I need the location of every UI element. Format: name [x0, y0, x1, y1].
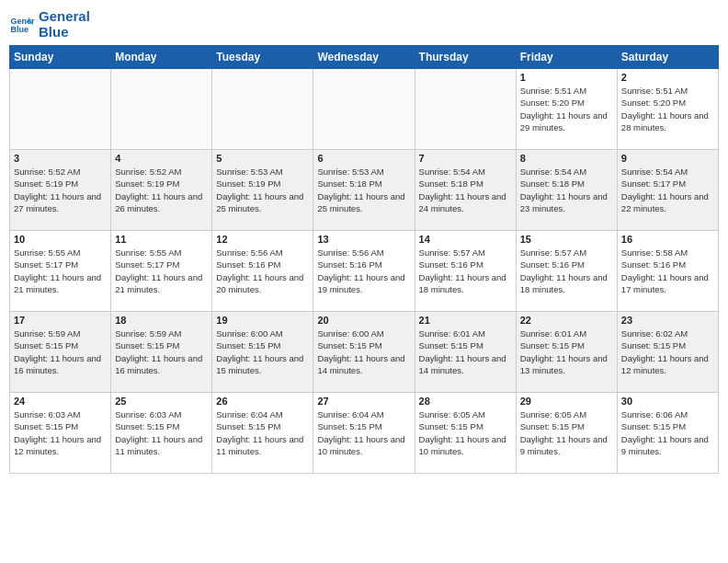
- day-number: 7: [419, 153, 512, 164]
- day-number: 10: [14, 234, 107, 245]
- calendar-day-cell: 15Sunrise: 5:57 AM Sunset: 5:16 PM Dayli…: [516, 231, 617, 312]
- day-number: 28: [419, 396, 512, 407]
- day-number: 19: [216, 315, 309, 326]
- calendar-day-cell: 7Sunrise: 5:54 AM Sunset: 5:18 PM Daylig…: [415, 150, 516, 231]
- day-info: Sunrise: 5:53 AM Sunset: 5:18 PM Dayligh…: [317, 166, 410, 214]
- day-number: 8: [520, 153, 613, 164]
- calendar-day-cell: 11Sunrise: 5:55 AM Sunset: 5:17 PM Dayli…: [111, 231, 212, 312]
- calendar-day-cell: 26Sunrise: 6:04 AM Sunset: 5:15 PM Dayli…: [212, 393, 313, 474]
- day-info: Sunrise: 5:59 AM Sunset: 5:15 PM Dayligh…: [115, 327, 208, 376]
- weekday-header: Saturday: [617, 46, 718, 69]
- calendar-day-cell: 28Sunrise: 6:05 AM Sunset: 5:15 PM Dayli…: [415, 393, 516, 474]
- day-number: 26: [216, 396, 309, 407]
- day-number: 20: [317, 315, 410, 326]
- day-info: Sunrise: 6:03 AM Sunset: 5:15 PM Dayligh…: [14, 408, 107, 457]
- calendar-table: SundayMondayTuesdayWednesdayThursdayFrid…: [9, 45, 719, 474]
- day-info: Sunrise: 5:58 AM Sunset: 5:16 PM Dayligh…: [621, 247, 714, 295]
- day-number: 22: [520, 315, 613, 326]
- day-info: Sunrise: 6:05 AM Sunset: 5:15 PM Dayligh…: [520, 408, 613, 457]
- calendar-day-cell: 23Sunrise: 6:02 AM Sunset: 5:15 PM Dayli…: [617, 312, 718, 393]
- day-number: 15: [520, 234, 613, 245]
- calendar-day-cell: 3Sunrise: 5:52 AM Sunset: 5:19 PM Daylig…: [10, 150, 111, 231]
- day-number: 23: [621, 315, 714, 326]
- day-info: Sunrise: 5:56 AM Sunset: 5:16 PM Dayligh…: [216, 247, 309, 295]
- day-number: 13: [317, 234, 410, 245]
- calendar-week-row: 1Sunrise: 5:51 AM Sunset: 5:20 PM Daylig…: [10, 69, 719, 150]
- calendar-day-cell: [212, 69, 313, 150]
- day-info: Sunrise: 5:57 AM Sunset: 5:16 PM Dayligh…: [419, 247, 512, 295]
- day-number: 12: [216, 234, 309, 245]
- calendar-header-row: SundayMondayTuesdayWednesdayThursdayFrid…: [10, 46, 719, 69]
- day-number: 3: [14, 153, 107, 164]
- day-info: Sunrise: 6:00 AM Sunset: 5:15 PM Dayligh…: [317, 327, 410, 376]
- day-number: 30: [621, 396, 714, 407]
- calendar-week-row: 24Sunrise: 6:03 AM Sunset: 5:15 PM Dayli…: [10, 393, 719, 474]
- day-number: 9: [621, 153, 714, 164]
- day-info: Sunrise: 6:06 AM Sunset: 5:15 PM Dayligh…: [621, 408, 714, 457]
- calendar-day-cell: 22Sunrise: 6:01 AM Sunset: 5:15 PM Dayli…: [516, 312, 617, 393]
- calendar-day-cell: 25Sunrise: 6:03 AM Sunset: 5:15 PM Dayli…: [111, 393, 212, 474]
- day-info: Sunrise: 6:03 AM Sunset: 5:15 PM Dayligh…: [115, 408, 208, 457]
- day-info: Sunrise: 5:54 AM Sunset: 5:18 PM Dayligh…: [520, 166, 613, 214]
- calendar-day-cell: 1Sunrise: 5:51 AM Sunset: 5:20 PM Daylig…: [516, 69, 617, 150]
- calendar-day-cell: 8Sunrise: 5:54 AM Sunset: 5:18 PM Daylig…: [516, 150, 617, 231]
- day-info: Sunrise: 5:55 AM Sunset: 5:17 PM Dayligh…: [115, 247, 208, 295]
- day-info: Sunrise: 5:54 AM Sunset: 5:17 PM Dayligh…: [621, 166, 714, 214]
- calendar-day-cell: 2Sunrise: 5:51 AM Sunset: 5:20 PM Daylig…: [617, 69, 718, 150]
- day-info: Sunrise: 5:55 AM Sunset: 5:17 PM Dayligh…: [14, 247, 107, 295]
- calendar-day-cell: 24Sunrise: 6:03 AM Sunset: 5:15 PM Dayli…: [10, 393, 111, 474]
- weekday-header: Friday: [516, 46, 617, 69]
- day-info: Sunrise: 6:01 AM Sunset: 5:15 PM Dayligh…: [520, 327, 613, 376]
- calendar-day-cell: [10, 69, 111, 150]
- calendar-day-cell: [313, 69, 415, 150]
- day-number: 18: [115, 315, 208, 326]
- day-info: Sunrise: 5:51 AM Sunset: 5:20 PM Dayligh…: [621, 85, 714, 133]
- day-number: 24: [14, 396, 107, 407]
- calendar-week-row: 3Sunrise: 5:52 AM Sunset: 5:19 PM Daylig…: [10, 150, 719, 231]
- calendar-day-cell: 17Sunrise: 5:59 AM Sunset: 5:15 PM Dayli…: [10, 312, 111, 393]
- weekday-header: Sunday: [10, 46, 111, 69]
- day-number: 1: [520, 72, 613, 83]
- logo-icon: General Blue: [9, 12, 35, 38]
- day-info: Sunrise: 5:59 AM Sunset: 5:15 PM Dayligh…: [14, 327, 107, 376]
- calendar-day-cell: 9Sunrise: 5:54 AM Sunset: 5:17 PM Daylig…: [617, 150, 718, 231]
- calendar-day-cell: 14Sunrise: 5:57 AM Sunset: 5:16 PM Dayli…: [415, 231, 516, 312]
- svg-text:Blue: Blue: [10, 25, 28, 34]
- calendar-day-cell: 20Sunrise: 6:00 AM Sunset: 5:15 PM Dayli…: [313, 312, 415, 393]
- calendar-day-cell: 21Sunrise: 6:01 AM Sunset: 5:15 PM Dayli…: [415, 312, 516, 393]
- day-number: 25: [115, 396, 208, 407]
- day-number: 21: [419, 315, 512, 326]
- day-number: 16: [621, 234, 714, 245]
- calendar-body: 1Sunrise: 5:51 AM Sunset: 5:20 PM Daylig…: [10, 69, 719, 474]
- calendar-day-cell: [111, 69, 212, 150]
- day-info: Sunrise: 6:05 AM Sunset: 5:15 PM Dayligh…: [419, 408, 512, 457]
- day-info: Sunrise: 6:04 AM Sunset: 5:15 PM Dayligh…: [216, 408, 309, 457]
- day-info: Sunrise: 5:54 AM Sunset: 5:18 PM Dayligh…: [419, 166, 512, 214]
- day-info: Sunrise: 5:56 AM Sunset: 5:16 PM Dayligh…: [317, 247, 410, 295]
- calendar-week-row: 17Sunrise: 5:59 AM Sunset: 5:15 PM Dayli…: [10, 312, 719, 393]
- day-number: 27: [317, 396, 410, 407]
- day-info: Sunrise: 5:52 AM Sunset: 5:19 PM Dayligh…: [115, 166, 208, 214]
- calendar-week-row: 10Sunrise: 5:55 AM Sunset: 5:17 PM Dayli…: [10, 231, 719, 312]
- day-info: Sunrise: 5:53 AM Sunset: 5:19 PM Dayligh…: [216, 166, 309, 214]
- weekday-header: Monday: [111, 46, 212, 69]
- day-number: 4: [115, 153, 208, 164]
- day-info: Sunrise: 5:51 AM Sunset: 5:20 PM Dayligh…: [520, 85, 613, 133]
- calendar-day-cell: 12Sunrise: 5:56 AM Sunset: 5:16 PM Dayli…: [212, 231, 313, 312]
- logo-text: GeneralBlue: [39, 9, 90, 40]
- day-number: 6: [317, 153, 410, 164]
- page-header: General Blue GeneralBlue: [9, 9, 719, 40]
- calendar-day-cell: [415, 69, 516, 150]
- calendar-day-cell: 16Sunrise: 5:58 AM Sunset: 5:16 PM Dayli…: [617, 231, 718, 312]
- day-info: Sunrise: 6:00 AM Sunset: 5:15 PM Dayligh…: [216, 327, 309, 376]
- day-number: 14: [419, 234, 512, 245]
- calendar-day-cell: 5Sunrise: 5:53 AM Sunset: 5:19 PM Daylig…: [212, 150, 313, 231]
- day-info: Sunrise: 5:52 AM Sunset: 5:19 PM Dayligh…: [14, 166, 107, 214]
- weekday-header: Tuesday: [212, 46, 313, 69]
- calendar-day-cell: 18Sunrise: 5:59 AM Sunset: 5:15 PM Dayli…: [111, 312, 212, 393]
- day-number: 2: [621, 72, 714, 83]
- calendar-day-cell: 30Sunrise: 6:06 AM Sunset: 5:15 PM Dayli…: [617, 393, 718, 474]
- weekday-header: Wednesday: [313, 46, 415, 69]
- svg-text:General: General: [10, 16, 35, 25]
- calendar-day-cell: 10Sunrise: 5:55 AM Sunset: 5:17 PM Dayli…: [10, 231, 111, 312]
